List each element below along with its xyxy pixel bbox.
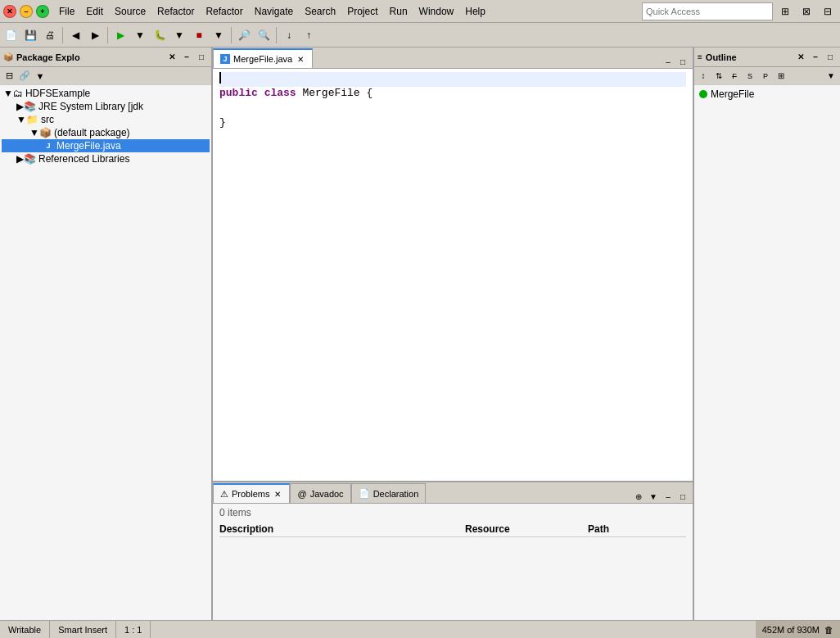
close-button[interactable]: ✕ (3, 5, 16, 18)
toolbar-print[interactable]: 🖨 (41, 26, 59, 44)
link-editor-btn[interactable]: 🔗 (17, 69, 32, 84)
outline-minimize[interactable]: – (809, 51, 822, 64)
hide-fields-btn[interactable]: F (727, 69, 742, 84)
tree-item-mergefile[interactable]: J MergeFile.java (2, 139, 210, 152)
outline-close[interactable]: ✕ (794, 51, 807, 64)
collapse-all-btn[interactable]: ⊟ (2, 69, 16, 84)
minimize-button[interactable]: – (20, 5, 33, 18)
outline-title-group: ≡ Outline (698, 52, 794, 62)
sort-fields-btn[interactable]: ⇅ (711, 69, 726, 84)
code-editor[interactable]: public class MergeFile { } (213, 69, 693, 481)
toolbar-debug[interactable]: 🐛 (151, 26, 169, 44)
hide-nonpublic-btn[interactable]: P (758, 69, 773, 84)
toolbar-debug-dropdown[interactable]: ▼ (170, 26, 188, 44)
status-memory[interactable]: 452M of 930M 🗑 (756, 621, 840, 638)
problems-view-menu[interactable]: ▼ (647, 490, 660, 503)
package-explorer-maximize[interactable]: □ (195, 51, 208, 64)
toolbar-prev-annotation[interactable]: ↑ (300, 26, 318, 44)
hide-static-btn[interactable]: S (743, 69, 757, 84)
tree-label-default-package: (default package) (54, 127, 130, 138)
perspective-btn3[interactable]: ⊟ (819, 2, 837, 20)
package-explorer-close[interactable]: ✕ (165, 51, 178, 64)
toolbar-new[interactable]: 📄 (2, 26, 20, 44)
status-writable: Writable (0, 621, 50, 638)
tab-label-problems: Problems (232, 489, 269, 499)
class-name: MergeFile { (302, 87, 373, 99)
keyword-public: public (219, 87, 258, 99)
toolbar-back[interactable]: ◀ (66, 26, 84, 44)
outline-maximize[interactable]: □ (824, 51, 837, 64)
editor-tabs: J MergeFile.java ✕ – □ (213, 48, 693, 69)
editor-minimize[interactable]: – (662, 55, 675, 68)
col-path: Path (588, 523, 686, 535)
sort-members-btn[interactable]: ↕ (696, 69, 711, 84)
collapse-all-outline-btn[interactable]: ▼ (824, 69, 838, 84)
status-position: 1 : 1 (116, 621, 151, 638)
view-menu-btn[interactable]: ▼ (33, 69, 47, 84)
tab-declaration[interactable]: 📄 Declaration (351, 483, 427, 503)
window-controls: ✕ – + (3, 5, 49, 18)
problems-icon: ⚠ (220, 489, 228, 500)
menu-project[interactable]: Project (342, 4, 382, 19)
outline-label-mergefile: MergeFile (711, 88, 754, 100)
outline-item-mergefile[interactable]: MergeFile (696, 87, 838, 102)
code-line-3 (219, 102, 686, 116)
menu-edit[interactable]: Edit (81, 4, 108, 19)
tab-javadoc[interactable]: @ Javadoc (290, 483, 350, 503)
tree-item-hdfsexample[interactable]: ▼🗂 HDFSExample (2, 87, 210, 100)
maximize-button[interactable]: + (36, 5, 49, 18)
toolbar-run-dropdown[interactable]: ▼ (131, 26, 149, 44)
col-resource: Resource (465, 523, 588, 535)
library-icon2: ▶📚 (16, 153, 36, 165)
menu-window[interactable]: Window (414, 4, 459, 19)
class-visibility-icon (699, 90, 707, 98)
project-icon: ▼🗂 (3, 88, 23, 99)
menu-source[interactable]: Source (110, 4, 151, 19)
tab-label-mergefile: MergeFile.java (233, 54, 292, 64)
problems-tab-close[interactable]: ✕ (273, 490, 282, 499)
toolbar-next-annotation[interactable]: ↓ (280, 26, 298, 44)
package-explorer-minimize[interactable]: – (180, 51, 193, 64)
toolbar-forward[interactable]: ▶ (86, 26, 104, 44)
expand-all-btn[interactable]: ⊞ (774, 69, 788, 84)
menu-search[interactable]: Search (300, 4, 341, 19)
quick-access-input[interactable] (646, 7, 769, 16)
quick-access-box[interactable] (642, 2, 773, 20)
java-file-icon: J (43, 140, 54, 152)
editor-maximize[interactable]: □ (676, 55, 689, 68)
outline-title: Outline (706, 52, 737, 62)
toolbar-search[interactable]: 🔍 (255, 26, 273, 44)
status-bar: Writable Smart Insert 1 : 1 452M of 930M… (0, 620, 840, 638)
menu-run[interactable]: Run (385, 4, 413, 19)
toolbar-stop[interactable]: ■ (190, 26, 208, 44)
col-description: Description (219, 523, 465, 535)
menu-navigate[interactable]: Navigate (250, 4, 298, 19)
tree-item-referenced-libraries[interactable]: ▶📚 Referenced Libraries (2, 152, 210, 165)
explorer-toolbar: ⊟ 🔗 ▼ (0, 67, 211, 85)
editor-tab-mergefile[interactable]: J MergeFile.java ✕ (213, 48, 313, 68)
toolbar-open-type[interactable]: 🔎 (235, 26, 253, 44)
perspective-btn2[interactable]: ⊠ (797, 2, 815, 20)
problems-maximize[interactable]: □ (676, 490, 689, 503)
problems-content: 0 items Description Resource Path (213, 504, 693, 620)
toolbar-stop-dropdown[interactable]: ▼ (210, 26, 228, 44)
menu-refactor1[interactable]: Refactor (152, 4, 199, 19)
perspective-btn1[interactable]: ⊞ (776, 2, 794, 20)
problems-minimize[interactable]: – (662, 490, 675, 503)
toolbar-sep3 (231, 27, 232, 43)
toolbar-run[interactable]: ▶ (111, 26, 129, 44)
tab-problems[interactable]: ⚠ Problems ✕ (213, 483, 290, 503)
tree-item-default-package[interactable]: ▼📦 (default package) (2, 126, 210, 139)
menu-help[interactable]: Help (460, 4, 490, 19)
outline-tree[interactable]: MergeFile (694, 85, 840, 620)
toolbar-save[interactable]: 💾 (21, 26, 39, 44)
tree-item-jre[interactable]: ▶📚 JRE System Library [jdk (2, 100, 210, 113)
bottom-panel: ⚠ Problems ✕ @ Javadoc 📄 Declaration ⊕ ▼… (213, 481, 693, 620)
menu-file[interactable]: File (54, 4, 79, 19)
package-explorer-header: 📦 Package Explo ✕ – □ (0, 48, 211, 67)
package-explorer-tree[interactable]: ▼🗂 HDFSExample ▶📚 JRE System Library [jd… (0, 85, 211, 620)
tree-item-src[interactable]: ▼📁 src (2, 113, 210, 126)
problems-action-btn[interactable]: ⊕ (632, 490, 645, 503)
menu-refactor2[interactable]: Refactor (201, 4, 247, 19)
tab-close-btn[interactable]: ✕ (296, 55, 305, 64)
